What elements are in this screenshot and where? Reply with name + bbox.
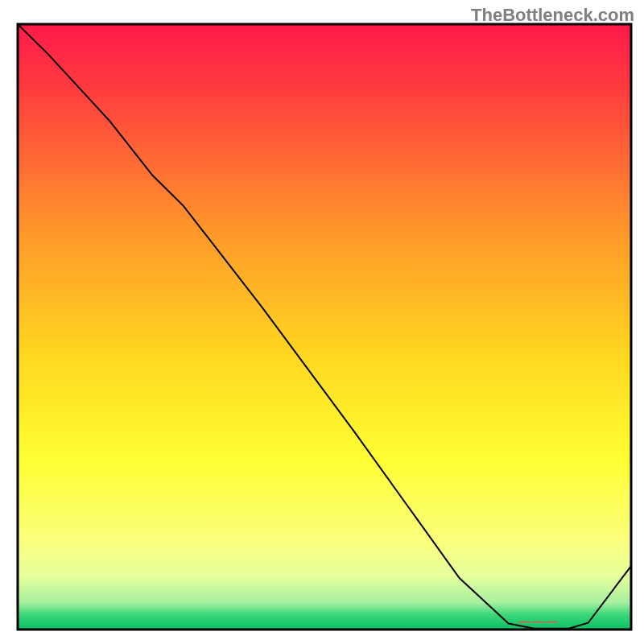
watermark-text: TheBottleneck.com [471, 5, 634, 26]
chart-svg: ——— [0, 0, 644, 644]
min-label: ——— [518, 614, 559, 628]
chart-container: { "watermark": "TheBottleneck.com", "cha… [0, 0, 644, 644]
plot-background [18, 24, 631, 630]
